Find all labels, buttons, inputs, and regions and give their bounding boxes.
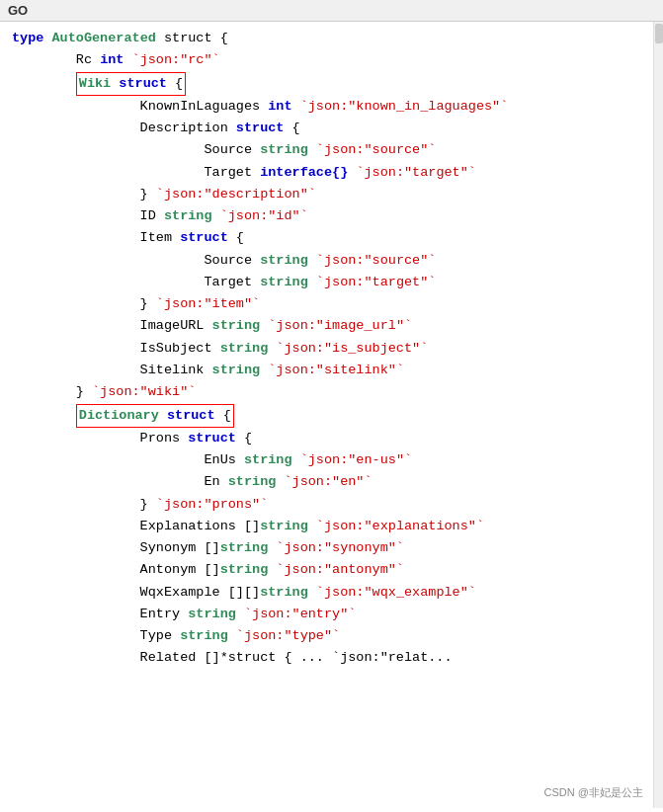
code-area: type AutoGenerated struct { Rc int `json… — [0, 22, 653, 808]
token-json-tag: `json:"is_subject"` — [268, 341, 428, 356]
watermark: CSDN @非妃是公主 — [544, 785, 643, 800]
struct-keyword: struct — [119, 76, 167, 91]
token-json-tag: `json:"source"` — [308, 253, 437, 268]
scrollbar[interactable] — [653, 22, 663, 808]
token-json-tag: `json:"type"` — [228, 628, 340, 643]
code-line: } `json:"item"` — [12, 293, 645, 315]
code-line: KnownInLaguages int `json:"known_in_lagu… — [12, 96, 645, 118]
code-line: Related []*struct { ... `json:"relat... — [12, 647, 645, 669]
token-str-type: string — [220, 341, 269, 356]
token-json-tag: `json:"source"` — [308, 142, 437, 157]
token-kw: type — [12, 31, 52, 45]
token-str-type: string — [260, 253, 308, 268]
token-str-type: string — [164, 208, 212, 223]
code-line: En string `json:"en"` — [12, 471, 645, 493]
token-str-type: string — [260, 275, 308, 289]
token-field: Antonym [] — [12, 562, 220, 577]
token-field: Item — [12, 230, 180, 245]
code-line: WqxExample [][]string `json:"wqx_example… — [12, 582, 645, 604]
code-line: Target interface{} `json:"target"` — [12, 162, 645, 184]
open-brace: { — [167, 76, 183, 91]
token-field: WqxExample [][] — [12, 585, 260, 600]
token-field: Prons — [12, 431, 188, 446]
token-field: Source — [12, 253, 260, 268]
token-kw: struct — [236, 121, 285, 135]
code-line: Prons struct { — [12, 428, 645, 449]
token-field: Rc — [12, 52, 100, 67]
token-json-tag: `json:"id"` — [212, 208, 308, 223]
title-bar: GO — [0, 0, 663, 22]
code-line: Wiki struct { — [12, 72, 645, 96]
token-field: Entry — [12, 607, 188, 621]
token-json-tag: `json:"en-us"` — [292, 452, 413, 467]
token-field: KnownInLaguages — [12, 99, 268, 114]
code-line: Explanations []string `json:"explanation… — [12, 516, 645, 537]
struct-name: Dictionary — [79, 408, 167, 423]
token-str-type: string — [260, 142, 308, 157]
token-str-type: string — [260, 519, 308, 533]
token-field: Target — [12, 165, 260, 180]
token-field: Explanations [] — [12, 519, 260, 533]
close-brace: } — [12, 296, 156, 311]
token-field: struct { — [164, 31, 228, 45]
code-line: Source string `json:"source"` — [12, 139, 645, 161]
struct-name: Wiki — [79, 76, 120, 91]
close-brace: } — [12, 384, 92, 399]
token-str-type: string — [212, 318, 261, 333]
token-str-type: string — [220, 540, 269, 555]
token-field: Related []*struct { ... `json:"relat... — [12, 650, 453, 665]
token-json-tag: `json:"known_in_laguages"` — [292, 99, 509, 114]
code-line: Rc int `json:"rc"` — [12, 49, 645, 71]
highlighted-struct: Dictionary struct { — [76, 404, 234, 428]
token-kw: struct — [180, 230, 228, 245]
close-brace: } — [12, 187, 156, 202]
token-field: { — [228, 230, 244, 245]
code-line: Item struct { — [12, 227, 645, 249]
code-line: Target string `json:"target"` — [12, 272, 645, 293]
token-kw: interface{} — [260, 165, 348, 180]
token-kw: int — [100, 52, 124, 67]
code-line: Source string `json:"source"` — [12, 250, 645, 272]
highlighted-struct: Wiki struct { — [76, 72, 186, 96]
token-field — [12, 76, 76, 91]
token-kw: int — [268, 99, 291, 114]
token-field — [12, 408, 76, 423]
token-field: ImageURL — [12, 318, 212, 333]
token-json-tag: `json:"explanations"` — [308, 519, 484, 533]
code-line: Synonym []string `json:"synonym"` — [12, 537, 645, 559]
code-line: Dictionary struct { — [12, 404, 645, 428]
token-type-name: AutoGenerated — [52, 31, 164, 45]
token-json-tag: `json:"wqx_example"` — [308, 585, 476, 600]
token-str-type: string — [244, 452, 292, 467]
token-json-tag: `json:"image_url"` — [260, 318, 412, 333]
json-tag: `json:"prons"` — [156, 497, 268, 512]
json-tag: `json:"wiki"` — [92, 384, 196, 399]
token-field: { — [284, 121, 299, 135]
token-json-tag: `json:"target"` — [308, 275, 437, 289]
code-line: Type string `json:"type"` — [12, 625, 645, 647]
code-line: } `json:"description"` — [12, 184, 645, 205]
token-json-tag: `json:"sitelink"` — [260, 363, 404, 377]
json-tag: `json:"description"` — [156, 187, 316, 202]
token-field: Description — [12, 121, 236, 135]
token-json-tag: `json:"en"` — [276, 474, 372, 489]
token-json-tag: `json:"target"` — [348, 165, 476, 180]
code-line: ID string `json:"id"` — [12, 205, 645, 227]
code-line: IsSubject string `json:"is_subject"` — [12, 338, 645, 360]
token-field: IsSubject — [12, 341, 220, 356]
token-kw: struct — [188, 431, 236, 446]
code-line: ImageURL string `json:"image_url"` — [12, 315, 645, 337]
token-field: En — [12, 474, 228, 489]
token-field: ID — [12, 208, 164, 223]
scrollbar-thumb[interactable] — [655, 24, 663, 43]
token-field: Sitelink — [12, 363, 212, 377]
token-json-tag: `json:"antonym"` — [268, 562, 404, 577]
code-line: EnUs string `json:"en-us"` — [12, 449, 645, 471]
token-str-type: string — [180, 628, 228, 643]
open-brace: { — [215, 408, 231, 423]
struct-keyword: struct — [167, 408, 215, 423]
token-str-type: string — [220, 562, 269, 577]
token-json-tag: `json:"rc"` — [124, 52, 219, 67]
token-field: Type — [12, 628, 180, 643]
token-json-tag: `json:"synonym"` — [268, 540, 404, 555]
